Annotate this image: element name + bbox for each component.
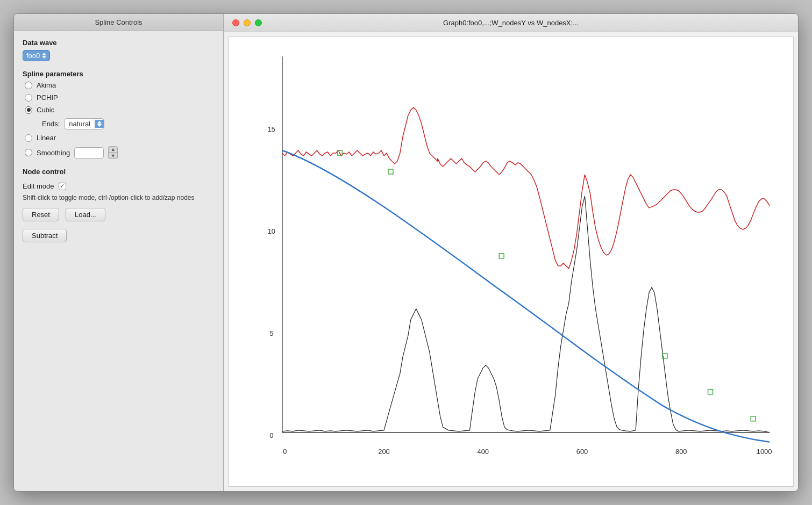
radio-pchip-row[interactable]: PCHIP bbox=[25, 93, 215, 102]
svg-rect-13 bbox=[388, 169, 393, 174]
ends-arrows[interactable] bbox=[95, 120, 104, 128]
spline-params-section: Spline parameters Akima PCHIP bbox=[23, 70, 215, 159]
svg-text:0: 0 bbox=[269, 431, 273, 439]
radio-cubic[interactable] bbox=[25, 106, 32, 114]
ends-down-arrow-icon bbox=[97, 124, 102, 127]
spline-params-label: Spline parameters bbox=[23, 70, 215, 78]
ends-row: Ends: natural bbox=[25, 118, 215, 129]
node-control-section: Node control Edit mode ✓ Shift-click to … bbox=[23, 168, 215, 242]
traffic-lights bbox=[232, 19, 262, 26]
load-button[interactable]: Load... bbox=[66, 208, 105, 221]
smoothing-step-up[interactable]: ▲ bbox=[109, 147, 117, 153]
subtract-row: Subtract bbox=[23, 229, 215, 242]
svg-text:15: 15 bbox=[268, 125, 275, 133]
radio-smoothing[interactable] bbox=[25, 149, 32, 156]
edit-mode-checkbox[interactable]: ✓ bbox=[59, 183, 66, 190]
radio-pchip[interactable] bbox=[25, 94, 32, 102]
radio-akima-row[interactable]: Akima bbox=[25, 81, 215, 89]
ends-label: Ends: bbox=[42, 120, 60, 128]
edit-mode-label: Edit mode bbox=[23, 182, 54, 190]
svg-text:600: 600 bbox=[576, 448, 588, 456]
data-wave-select[interactable]: foo0 bbox=[23, 50, 50, 61]
svg-text:1000: 1000 bbox=[757, 448, 772, 456]
data-wave-label: Data wave bbox=[23, 39, 215, 47]
graph-area[interactable]: 0 5 10 15 0 200 400 600 800 1000 bbox=[228, 37, 794, 487]
node-control-help: Shift-click to toggle mode, ctrl-/option… bbox=[23, 193, 215, 203]
radio-akima-label: Akima bbox=[37, 81, 56, 89]
radio-cubic-row[interactable]: Cubic bbox=[25, 106, 215, 114]
radio-linear[interactable] bbox=[25, 134, 32, 142]
left-panel-content: Data wave foo0 Spline parameters bbox=[14, 31, 223, 491]
ends-value: natural bbox=[65, 119, 95, 129]
svg-text:800: 800 bbox=[675, 448, 687, 456]
subtract-button[interactable]: Subtract bbox=[23, 229, 67, 242]
svg-rect-14 bbox=[499, 254, 504, 258]
radio-smoothing-row[interactable]: Smoothing 1 ▲ ▼ bbox=[25, 146, 215, 159]
right-panel: Graph0:foo0,...;W_nodesY vs W_nodesX;...… bbox=[224, 14, 798, 491]
left-panel: Spline Controls Data wave foo0 bbox=[14, 14, 224, 491]
down-arrow-icon bbox=[42, 56, 46, 59]
zoom-button[interactable] bbox=[255, 19, 262, 26]
reset-button[interactable]: Reset bbox=[23, 208, 59, 221]
radio-cubic-label: Cubic bbox=[37, 106, 54, 114]
radio-pchip-label: PCHIP bbox=[37, 93, 58, 102]
node-control-label: Node control bbox=[23, 168, 215, 176]
smoothing-input[interactable]: 1 bbox=[74, 147, 104, 158]
graph-title: Graph0:foo0,...;W_nodesY vs W_nodesX;... bbox=[443, 19, 579, 27]
svg-text:5: 5 bbox=[269, 329, 273, 337]
svg-rect-17 bbox=[751, 416, 756, 421]
svg-text:400: 400 bbox=[477, 448, 489, 456]
ends-up-arrow-icon bbox=[97, 121, 102, 124]
data-wave-value: foo0 bbox=[26, 52, 40, 60]
data-wave-arrows bbox=[42, 53, 46, 59]
up-arrow-icon bbox=[42, 53, 46, 55]
ends-select[interactable]: natural bbox=[64, 118, 104, 129]
radio-linear-row[interactable]: Linear bbox=[25, 134, 215, 142]
reset-load-row: Reset Load... bbox=[23, 208, 215, 221]
close-button[interactable] bbox=[232, 19, 239, 26]
svg-text:200: 200 bbox=[378, 448, 390, 456]
svg-rect-16 bbox=[708, 389, 713, 394]
edit-mode-row[interactable]: Edit mode ✓ bbox=[23, 182, 215, 190]
left-panel-title: Spline Controls bbox=[14, 14, 223, 31]
smoothing-stepper[interactable]: ▲ ▼ bbox=[108, 146, 118, 159]
radio-akima[interactable] bbox=[25, 82, 32, 89]
data-wave-section: Data wave foo0 bbox=[23, 39, 215, 61]
radio-smoothing-label: Smoothing bbox=[37, 149, 70, 157]
svg-text:10: 10 bbox=[268, 227, 275, 235]
svg-text:0: 0 bbox=[283, 448, 287, 456]
radio-linear-label: Linear bbox=[37, 134, 56, 142]
main-window: Spline Controls Data wave foo0 bbox=[13, 13, 799, 492]
graph-titlebar: Graph0:foo0,...;W_nodesY vs W_nodesX;... bbox=[224, 14, 798, 32]
minimize-button[interactable] bbox=[244, 19, 251, 26]
spline-radio-group: Akima PCHIP Cubic Ends: bbox=[23, 81, 215, 159]
graph-svg: 0 5 10 15 0 200 400 600 800 1000 bbox=[255, 46, 780, 465]
smoothing-step-down[interactable]: ▼ bbox=[109, 153, 117, 158]
